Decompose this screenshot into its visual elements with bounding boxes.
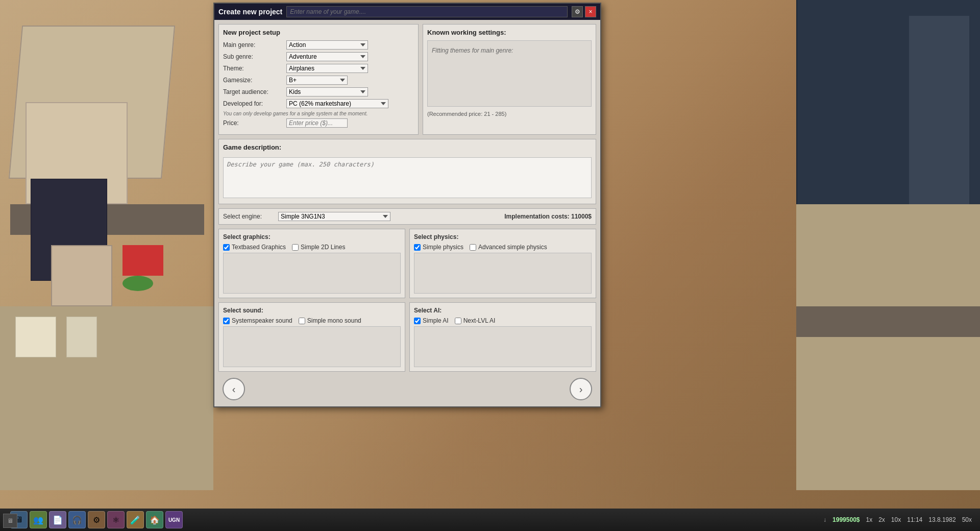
description-textarea[interactable] (223, 157, 592, 198)
simple-2d-checkbox[interactable] (292, 244, 299, 251)
close-button[interactable]: × (585, 6, 596, 17)
textbased-graphics-option[interactable]: Textbased Graphics (223, 244, 286, 251)
recommended-price: (Recommended price: 21 - 285) (427, 111, 592, 117)
sound-options-row: Systemspeaker sound Simple mono sound (223, 317, 401, 324)
simple-physics-label: Simple physics (423, 244, 463, 251)
taskbar-status: ↓ 1999500$ 1x 2x 10x 11:14 13.8.1982 50x (823, 516, 976, 523)
speed2-display[interactable]: 2x (878, 516, 885, 523)
ai-panel: Select AI: Simple AI Next-LVL AI (409, 302, 596, 372)
graphics-options-box (223, 253, 401, 294)
gamesize-select[interactable]: B+ (286, 76, 348, 85)
simple-physics-option[interactable]: Simple physics (414, 244, 463, 251)
impl-cost: Implementation costs: 11000$ (504, 213, 592, 220)
create-project-dialog: Create new project ⚙ × New project setup… (213, 3, 601, 407)
known-settings-panel: Known working settings: Fitting themes f… (423, 24, 596, 135)
known-settings-title: Known working settings: (427, 29, 592, 36)
simple-mono-option[interactable]: Simple mono sound (299, 317, 361, 324)
engine-select[interactable]: Simple 3NG1N3 (278, 212, 390, 221)
systemspeaker-checkbox[interactable] (223, 318, 230, 324)
next-lvl-ai-checkbox[interactable] (455, 318, 461, 324)
physics-panel: Select physics: Simple physics Advanced … (409, 229, 596, 298)
price-row: Price: (223, 118, 414, 128)
taskbar-ugn-icon[interactable]: UGN (165, 511, 183, 528)
main-genre-select[interactable]: Action (286, 40, 368, 50)
corner-monitor-btn[interactable]: 🖥 (3, 514, 17, 528)
next-button[interactable]: › (570, 378, 592, 400)
selection-panels: Select graphics: Textbased Graphics Simp… (218, 229, 596, 372)
settings-icon-btn[interactable]: ⚙ (572, 6, 583, 17)
advanced-physics-checkbox[interactable] (470, 244, 476, 251)
next-lvl-ai-option[interactable]: Next-LVL AI (455, 317, 496, 324)
dialog-icons: ⚙ × (572, 6, 596, 17)
known-settings-text: Fitting themes for main genre: (432, 47, 587, 54)
map-size-display: 50x (962, 516, 972, 523)
ai-options-row: Simple AI Next-LVL AI (414, 317, 592, 324)
physics-label: Select physics: (414, 233, 592, 240)
simple-ai-checkbox[interactable] (414, 318, 421, 324)
advanced-physics-label: Advanced simple physics (478, 244, 547, 251)
graphics-label: Select graphics: (223, 233, 401, 240)
simple-2d-label: Simple 2D Lines (301, 244, 345, 251)
simple-mono-label: Simple mono sound (307, 317, 361, 324)
top-section: New project setup Main genre: Action Sub… (218, 24, 596, 135)
taskbar-atom-icon[interactable]: ⚛ (107, 511, 125, 528)
setup-panel: New project setup Main genre: Action Sub… (218, 24, 419, 135)
left-city (0, 0, 213, 490)
dialog-title: Create new project (218, 8, 282, 16)
ai-label: Select AI: (414, 307, 592, 314)
price-input[interactable] (286, 118, 348, 128)
simple-physics-checkbox[interactable] (414, 244, 421, 251)
systemspeaker-label: Systemspeaker sound (232, 317, 292, 324)
taskbar-document-icon[interactable]: 📄 (49, 511, 66, 528)
main-genre-row: Main genre: Action (223, 40, 414, 50)
right-city (796, 0, 980, 490)
target-audience-row: Target audience: Kids (223, 87, 414, 96)
time-display: 11:14 (907, 516, 922, 523)
simple-mono-checkbox[interactable] (299, 318, 305, 324)
textbased-graphics-checkbox[interactable] (223, 244, 230, 251)
taskbar-people-icon[interactable]: 👥 (30, 511, 47, 528)
developed-for-label: Developed for: (223, 100, 284, 107)
game-name-input[interactable] (286, 6, 568, 17)
description-section: Game description: (218, 139, 596, 204)
engine-label: Select engine: (223, 213, 274, 220)
prev-button[interactable]: ‹ (223, 378, 245, 400)
date-display: 13.8.1982 (928, 516, 955, 523)
sound-options-box (223, 326, 401, 367)
arrow-down-icon: ↓ (823, 516, 826, 523)
textbased-graphics-label: Textbased Graphics (232, 244, 286, 251)
sub-genre-select[interactable]: Adventure (286, 52, 368, 61)
nav-buttons: ‹ › (218, 372, 596, 402)
physics-options-box (414, 253, 592, 294)
single-system-note: You can only develop games for a single … (223, 111, 414, 116)
taskbar-gear-icon[interactable]: ⚙ (88, 511, 105, 528)
dialog-titlebar: Create new project ⚙ × (214, 4, 600, 20)
systemspeaker-option[interactable]: Systemspeaker sound (223, 317, 292, 324)
taskbar: 🖥 🖥 👥 📄 🎧 ⚙ ⚛ 🧪 🏠 UGN ↓ 1999500$ 1x 2x 1… (0, 509, 980, 531)
setup-panel-title: New project setup (223, 29, 414, 36)
speed3-display[interactable]: 10x (891, 516, 901, 523)
developed-for-row: Developed for: PC (62% marketshare) (223, 99, 414, 108)
simple-ai-option[interactable]: Simple AI (414, 317, 449, 324)
speed1-display[interactable]: 1x (866, 516, 872, 523)
sub-genre-label: Sub genre: (223, 53, 284, 60)
taskbar-headphone-icon[interactable]: 🎧 (68, 511, 86, 528)
ai-options-box (414, 326, 592, 367)
taskbar-flask-icon[interactable]: 🧪 (127, 511, 144, 528)
dialog-content: New project setup Main genre: Action Sub… (214, 20, 600, 406)
main-genre-label: Main genre: (223, 41, 284, 49)
developed-for-select[interactable]: PC (62% marketshare) (286, 99, 388, 108)
sound-label: Select sound: (223, 307, 401, 314)
sound-panel: Select sound: Systemspeaker sound Simple… (218, 302, 405, 372)
gamesize-row: Gamesize: B+ (223, 76, 414, 85)
theme-select[interactable]: Airplanes (286, 64, 368, 73)
simple-2d-option[interactable]: Simple 2D Lines (292, 244, 345, 251)
physics-options-row: Simple physics Advanced simple physics (414, 244, 592, 251)
description-label: Game description: (223, 143, 592, 151)
taskbar-house-icon[interactable]: 🏠 (146, 511, 163, 528)
advanced-physics-option[interactable]: Advanced simple physics (470, 244, 547, 251)
target-audience-select[interactable]: Kids (286, 87, 368, 96)
simple-ai-label: Simple AI (423, 317, 449, 324)
next-lvl-ai-label: Next-LVL AI (463, 317, 496, 324)
known-settings-content-box: Fitting themes for main genre: (427, 40, 592, 107)
